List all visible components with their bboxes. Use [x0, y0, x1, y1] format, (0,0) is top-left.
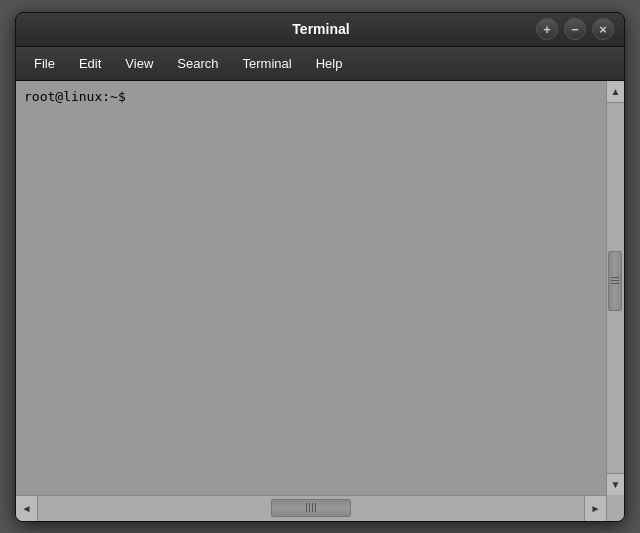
scrollbar-corner	[606, 495, 624, 521]
scroll-up-arrow[interactable]: ▲	[607, 81, 624, 103]
thumb-h-line-3	[312, 503, 313, 512]
bottom-bar: ◄ ►	[16, 495, 624, 521]
thumb-line-1	[611, 277, 619, 278]
scroll-thumb-horizontal[interactable]	[271, 499, 351, 517]
menu-bar: File Edit View Search Terminal Help	[16, 47, 624, 81]
scroll-right-arrow[interactable]: ►	[584, 496, 606, 521]
menu-edit[interactable]: Edit	[69, 52, 111, 75]
thumb-line-2	[611, 280, 619, 281]
menu-view[interactable]: View	[115, 52, 163, 75]
thumb-grip	[611, 277, 619, 284]
thumb-h-line-2	[309, 503, 310, 512]
menu-terminal[interactable]: Terminal	[233, 52, 302, 75]
title-bar: Terminal + − ×	[16, 13, 624, 47]
scroll-thumb-vertical[interactable]	[608, 251, 622, 311]
scroll-track-horizontal[interactable]	[38, 496, 584, 521]
add-tab-button[interactable]: +	[536, 18, 558, 40]
thumb-h-line-4	[315, 503, 316, 512]
terminal-content[interactable]: root@linux:~$	[16, 81, 606, 495]
thumb-grip-h	[306, 503, 316, 512]
thumb-line-3	[611, 283, 619, 284]
scroll-down-arrow[interactable]: ▼	[607, 473, 624, 495]
window-title: Terminal	[106, 21, 536, 37]
menu-file[interactable]: File	[24, 52, 65, 75]
scroll-track-vertical[interactable]	[607, 103, 624, 473]
minimize-button[interactable]: −	[564, 18, 586, 40]
menu-search[interactable]: Search	[167, 52, 228, 75]
close-button[interactable]: ×	[592, 18, 614, 40]
menu-help[interactable]: Help	[306, 52, 353, 75]
scrollbar-vertical: ▲ ▼	[606, 81, 624, 495]
terminal-window: Terminal + − × File Edit View Search Ter…	[15, 12, 625, 522]
window-controls: + − ×	[536, 18, 614, 40]
thumb-h-line-1	[306, 503, 307, 512]
terminal-body: root@linux:~$ ▲ ▼	[16, 81, 624, 495]
terminal-prompt: root@linux:~$	[24, 89, 126, 104]
scroll-left-arrow[interactable]: ◄	[16, 496, 38, 521]
